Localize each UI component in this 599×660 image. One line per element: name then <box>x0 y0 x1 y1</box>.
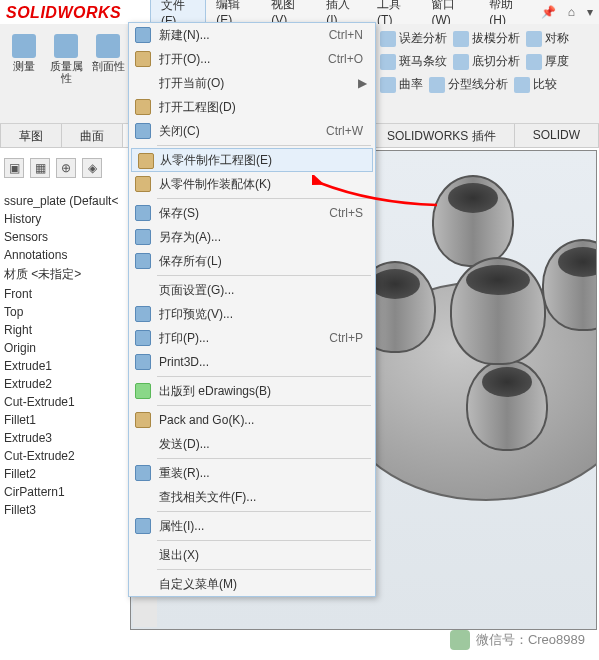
menu-label: 关闭(C) <box>159 123 326 140</box>
menu-item[interactable]: 打印(P)...Ctrl+P <box>129 326 375 350</box>
fold-icon[interactable]: ▾ <box>581 2 599 22</box>
menu-item[interactable]: 保存(S)Ctrl+S <box>129 201 375 225</box>
menu-shortcut: Ctrl+N <box>329 28 367 42</box>
tree-item[interactable]: Extrude1 <box>4 357 124 375</box>
home-icon[interactable]: ⌂ <box>562 2 581 22</box>
tool-测量[interactable]: 测量 <box>4 30 44 88</box>
menu-icon <box>135 383 151 399</box>
menu-shortcut: Ctrl+W <box>326 124 367 138</box>
tool-对称[interactable]: 对称 <box>526 30 569 47</box>
tool-曲率[interactable]: 曲率 <box>380 76 423 93</box>
menu-shortcut: Ctrl+S <box>329 206 367 220</box>
tree-item[interactable]: ssure_plate (Default< <box>4 192 124 210</box>
app-logo: SOLIDWORKS <box>6 4 121 22</box>
menu-item[interactable]: 从零件制作工程图(E) <box>131 148 373 172</box>
tool-分型线分析[interactable]: 分型线分析 <box>429 76 508 93</box>
tab-草图[interactable]: 草图 <box>0 124 62 147</box>
menu-label: 从零件制作装配体(K) <box>159 176 367 193</box>
tool-拔模分析[interactable]: 拔模分析 <box>453 30 520 47</box>
tree-item[interactable]: Cut-Extrude2 <box>4 447 124 465</box>
treebtn-1[interactable]: ▦ <box>30 158 50 178</box>
menu-shortcut: Ctrl+O <box>328 52 367 66</box>
menu-label: 另存为(A)... <box>159 229 367 246</box>
tool-质量属性[interactable]: 质量属性 <box>46 30 86 88</box>
menu-label: Print3D... <box>159 355 367 369</box>
menu-item[interactable]: 发送(D)... <box>129 432 375 456</box>
tree-item[interactable]: Extrude2 <box>4 375 124 393</box>
pin-icon[interactable]: 📌 <box>535 2 562 22</box>
menu-label: 打印(P)... <box>159 330 329 347</box>
tree-item[interactable]: Fillet1 <box>4 411 124 429</box>
menu-item[interactable]: 关闭(C)Ctrl+W <box>129 119 375 143</box>
menu-item[interactable]: 出版到 eDrawings(B) <box>129 379 375 403</box>
menu-item[interactable]: Print3D... <box>129 350 375 374</box>
menu-icon <box>135 330 151 346</box>
menu-shortcut: Ctrl+P <box>329 331 367 345</box>
menu-label: 退出(X) <box>159 547 367 564</box>
tree-item[interactable]: Right <box>4 321 124 339</box>
menu-item[interactable]: 属性(I)... <box>129 514 375 538</box>
treebtn-3[interactable]: ◈ <box>82 158 102 178</box>
tool-厚度[interactable]: 厚度 <box>526 53 569 70</box>
tool-底切分析[interactable]: 底切分析 <box>453 53 520 70</box>
menu-label: 保存所有(L) <box>159 253 367 270</box>
menu-label: 打开工程图(D) <box>159 99 367 116</box>
tool-误差分析[interactable]: 误差分析 <box>380 30 447 47</box>
tool-剖面性[interactable]: 剖面性 <box>88 30 128 88</box>
menu-item[interactable]: 自定义菜单(M) <box>129 572 375 596</box>
menu-label: 发送(D)... <box>159 436 367 453</box>
tree-item[interactable]: Origin <box>4 339 124 357</box>
menu-item[interactable]: 新建(N)...Ctrl+N <box>129 23 375 47</box>
tab-SOLIDW[interactable]: SOLIDW <box>515 124 599 147</box>
menu-item[interactable]: 保存所有(L) <box>129 249 375 273</box>
tree-item[interactable]: CirPattern1 <box>4 483 124 501</box>
menu-icon <box>135 412 151 428</box>
submenu-arrow-icon: ▶ <box>352 76 367 90</box>
tool-比较[interactable]: 比较 <box>514 76 557 93</box>
menu-item[interactable]: 打开(O)...Ctrl+O <box>129 47 375 71</box>
tab-曲面[interactable]: 曲面 <box>62 124 123 147</box>
tree-item[interactable]: Extrude3 <box>4 429 124 447</box>
menu-icon <box>135 253 151 269</box>
menu-label: 打开当前(O) <box>159 75 352 92</box>
menu-label: 打印预览(V)... <box>159 306 367 323</box>
tree-item[interactable]: Fillet2 <box>4 465 124 483</box>
menu-label: 属性(I)... <box>159 518 367 535</box>
menu-icon <box>135 229 151 245</box>
menu-item[interactable]: 打开当前(O)▶ <box>129 71 375 95</box>
menu-icon <box>135 176 151 192</box>
tree-item[interactable]: Top <box>4 303 124 321</box>
tree-item[interactable]: Front <box>4 285 124 303</box>
tree-item[interactable]: Sensors <box>4 228 124 246</box>
menu-item[interactable]: 查找相关文件(F)... <box>129 485 375 509</box>
menu-item[interactable]: Pack and Go(K)... <box>129 408 375 432</box>
menu-label: 新建(N)... <box>159 27 329 44</box>
menu-item[interactable]: 打开工程图(D) <box>129 95 375 119</box>
menu-icon <box>135 205 151 221</box>
menu-label: 自定义菜单(M) <box>159 576 367 593</box>
menu-item[interactable]: 从零件制作装配体(K) <box>129 172 375 196</box>
menu-label: 保存(S) <box>159 205 329 222</box>
tool-斑马条纹[interactable]: 斑马条纹 <box>380 53 447 70</box>
tree-item[interactable]: 材质 <未指定> <box>4 264 124 285</box>
menu-icon <box>138 153 154 169</box>
menu-item[interactable]: 另存为(A)... <box>129 225 375 249</box>
treebtn-0[interactable]: ▣ <box>4 158 24 178</box>
menu-icon <box>135 306 151 322</box>
menu-icon <box>135 27 151 43</box>
file-menu: 新建(N)...Ctrl+N打开(O)...Ctrl+O打开当前(O)▶打开工程… <box>128 22 376 597</box>
menu-item[interactable]: 重装(R)... <box>129 461 375 485</box>
menu-item[interactable]: 打印预览(V)... <box>129 302 375 326</box>
tree-item[interactable]: History <box>4 210 124 228</box>
treebtn-2[interactable]: ⊕ <box>56 158 76 178</box>
tree-item[interactable]: Fillet3 <box>4 501 124 519</box>
tab-SOLIDWORKS 插件[interactable]: SOLIDWORKS 插件 <box>369 124 515 147</box>
menu-item[interactable]: 页面设置(G)... <box>129 278 375 302</box>
tree-item[interactable]: Cut-Extrude1 <box>4 393 124 411</box>
menu-icon <box>135 518 151 534</box>
tree-toolbar: ▣▦⊕◈ <box>4 158 102 178</box>
tree-item[interactable]: Annotations <box>4 246 124 264</box>
menu-label: 打开(O)... <box>159 51 328 68</box>
menu-item[interactable]: 退出(X) <box>129 543 375 567</box>
menu-icon <box>135 465 151 481</box>
